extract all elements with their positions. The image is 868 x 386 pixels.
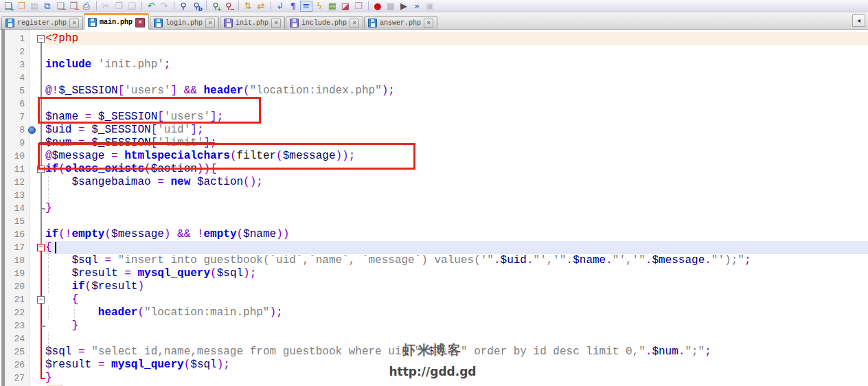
code-line-17[interactable]: { — [45, 241, 868, 254]
line-number[interactable]: 15 — [5, 215, 30, 228]
editor-area[interactable]: 1234567891011121314151617181920212223242… — [0, 30, 868, 386]
line-number[interactable]: 21 — [5, 293, 30, 306]
line-number[interactable]: 12 — [5, 176, 30, 189]
undo-icon[interactable]: ↶ — [145, 1, 157, 12]
line-number[interactable]: 3 — [5, 58, 30, 71]
tab-close-icon[interactable]: × — [69, 19, 79, 28]
show-indent-guide-icon[interactable]: ≡ — [300, 1, 312, 12]
tab-scroll-left-button[interactable]: ◂ — [852, 14, 865, 27]
line-number[interactable]: 14 — [5, 202, 30, 215]
code-line-1[interactable]: <?php — [45, 32, 868, 45]
line-number[interactable]: 2 — [5, 45, 30, 58]
find-icon[interactable]: ⚲ — [177, 1, 190, 12]
play-macro-icon[interactable]: ▶ — [398, 1, 410, 12]
bookmark-margin[interactable] — [30, 30, 37, 386]
line-number[interactable]: 16 — [5, 228, 30, 241]
tab-close-icon[interactable]: × — [135, 18, 145, 27]
document-map-icon[interactable]: ▦ — [326, 1, 339, 12]
line-number[interactable]: 10 — [5, 150, 30, 163]
line-number[interactable]: 26 — [5, 359, 30, 372]
tab-main-php[interactable]: main.php× — [84, 13, 149, 30]
code-line-15[interactable] — [45, 215, 868, 228]
line-number[interactable]: 7 — [5, 111, 30, 124]
indent-guide — [48, 332, 49, 345]
line-number-gutter[interactable]: 1234567891011121314151617181920212223242… — [5, 30, 30, 386]
word-wrap-icon[interactable]: ↲ — [274, 1, 286, 12]
show-indent-guide-glyph: ≡ — [303, 1, 310, 12]
line-number[interactable]: 9 — [5, 137, 30, 150]
close-all-documents-badge: − — [74, 6, 80, 12]
code-line-5[interactable]: @!$_SESSION['users'] && header("location… — [45, 84, 868, 98]
code-line-22[interactable]: header("location:main.php"); — [45, 306, 868, 319]
line-number[interactable]: 8 — [5, 124, 30, 137]
code-text-area[interactable]: <?phpinclude 'init.php';@!$_SESSION['use… — [45, 30, 868, 386]
open-folder-icon[interactable]: ❒ — [15, 1, 27, 12]
line-number[interactable]: 22 — [5, 306, 30, 319]
document-switcher-icon[interactable]: ◪ — [339, 1, 352, 12]
code-line-4[interactable] — [45, 71, 868, 84]
code-line-20[interactable]: if($result) — [45, 280, 868, 293]
save-all-icon[interactable]: ⧉ — [41, 1, 54, 12]
tab-close-icon[interactable]: × — [271, 19, 281, 28]
line-number[interactable]: 6 — [5, 98, 30, 111]
new-file-icon[interactable]: ❏+ — [2, 1, 14, 12]
tab-include-php[interactable]: include.php× — [286, 16, 363, 29]
fold-collapse-box[interactable]: − — [37, 244, 45, 251]
redo-icon: ↷ — [158, 1, 170, 12]
line-number[interactable]: 4 — [5, 71, 30, 84]
line-number[interactable]: 5 — [5, 84, 30, 98]
line-number[interactable]: 20 — [5, 280, 30, 293]
breakpoint-bookmark-dot[interactable] — [28, 126, 36, 134]
close-document-icon[interactable]: ❏− — [54, 1, 67, 12]
sync-vertical-scrolling-icon[interactable]: ⇅ — [242, 1, 254, 12]
fold-collapse-box[interactable]: − — [37, 35, 45, 43]
sync-horizontal-scrolling-icon[interactable]: ⇄ — [255, 1, 267, 12]
tab-answer-php[interactable]: answer.php× — [364, 16, 437, 29]
function-list-icon[interactable]: ϟ — [313, 1, 326, 12]
toolbar-separator — [368, 1, 369, 10]
code-line-3[interactable]: include 'init.php'; — [45, 58, 868, 71]
paste-glyph: ❑ — [128, 1, 136, 12]
toolbar-separator — [238, 1, 239, 10]
code-line-23[interactable]: } — [45, 319, 868, 332]
watermark-blog-name: 虾米博客 — [381, 341, 484, 359]
file-saved-icon — [368, 19, 377, 27]
replace-icon[interactable]: ⚲b — [190, 1, 203, 12]
code-line-8[interactable]: $uid = $_SESSION['uid']; — [45, 124, 868, 137]
tab-init-php[interactable]: init.php× — [220, 16, 285, 29]
line-number[interactable]: 1 — [5, 32, 30, 45]
fold-collapse-box[interactable]: − — [37, 296, 45, 304]
zoom-in-icon[interactable]: ⚲+ — [209, 1, 222, 12]
line-number[interactable]: 13 — [5, 189, 30, 202]
tab-close-icon[interactable]: × — [424, 19, 433, 28]
run-macro-multiple-times-icon[interactable]: » — [411, 1, 423, 12]
close-all-documents-icon[interactable]: ❐− — [67, 1, 80, 12]
line-number[interactable]: 23 — [5, 319, 30, 332]
folder-as-workspace-icon[interactable]: ❒ — [352, 1, 365, 12]
line-number[interactable]: 19 — [5, 267, 30, 280]
tab-close-icon[interactable]: × — [350, 19, 359, 28]
code-line-16[interactable]: if(!empty($message) && !empty($name)) — [45, 228, 868, 241]
record-macro-icon[interactable]: ● — [372, 1, 384, 12]
line-number[interactable]: 17 — [5, 241, 30, 254]
line-number[interactable]: 11 — [5, 163, 30, 176]
code-line-18[interactable]: $sql = "insert into guestbook(`uid`,`nam… — [45, 254, 868, 267]
tab-login-php[interactable]: login.php× — [150, 16, 219, 29]
code-line-14[interactable]: } — [45, 202, 868, 215]
code-line-19[interactable]: $result = mysql_query($sql); — [45, 267, 868, 280]
line-number[interactable]: 18 — [5, 254, 30, 267]
code-line-13[interactable] — [45, 189, 868, 202]
tab-register-php[interactable]: register.php× — [1, 16, 83, 29]
line-number[interactable]: 24 — [5, 332, 30, 345]
line-number[interactable]: 25 — [5, 345, 30, 359]
zoom-out-icon[interactable]: ⚲− — [222, 1, 235, 12]
code-line-21[interactable]: { — [45, 293, 868, 306]
code-line-12[interactable]: $sangebaimao = new $action(); — [45, 176, 868, 189]
print-icon[interactable]: ⎙ — [80, 1, 93, 12]
show-all-characters-icon[interactable]: ¶ — [287, 1, 299, 12]
save-all-glyph: ⧉ — [44, 1, 50, 12]
code-line-2[interactable] — [45, 45, 868, 58]
line-number[interactable]: 27 — [5, 372, 30, 385]
toolbar-separator — [141, 1, 142, 10]
tab-close-icon[interactable]: × — [205, 19, 215, 28]
